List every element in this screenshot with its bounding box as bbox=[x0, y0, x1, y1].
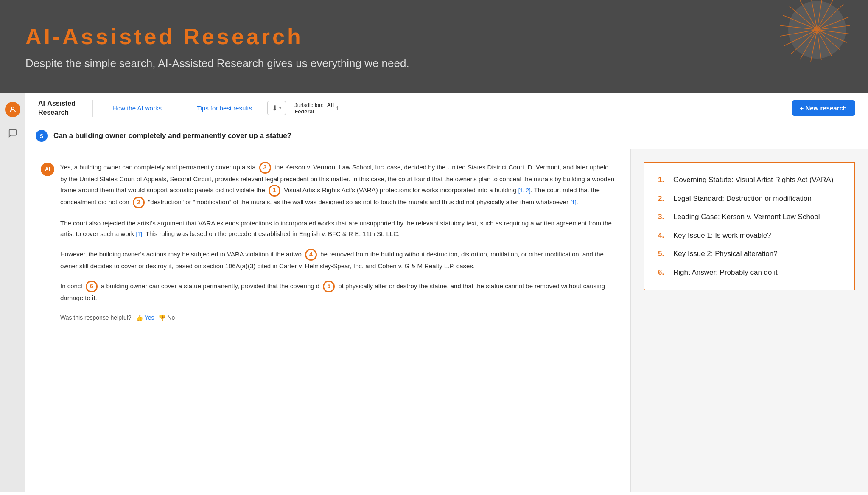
toolbar-divider bbox=[92, 100, 93, 117]
download-icon: ⬇ bbox=[272, 104, 277, 112]
answer-paragraph-3: However, the building owner's actions ma… bbox=[60, 249, 615, 272]
citation-1-2: [1, 2] bbox=[518, 187, 531, 194]
panel-number-2: 2. bbox=[658, 193, 668, 204]
panel-number-6: 6. bbox=[658, 267, 668, 278]
chat-icon[interactable] bbox=[5, 126, 20, 141]
panel-text-1: Governing Statute: Visual Artist Rights … bbox=[673, 174, 833, 186]
dropdown-arrow-icon: ▾ bbox=[279, 106, 281, 110]
answer-main: AI Yes, a building owner can completely … bbox=[25, 149, 630, 492]
ai-icon: AI bbox=[41, 163, 54, 176]
panel-number-1: 1. bbox=[658, 174, 668, 186]
toolbar-brand: AI-AssistedResearch bbox=[38, 99, 76, 117]
annotation-1: 1 bbox=[269, 185, 280, 197]
main-layout: AI-AssistedResearch How the AI works Tip… bbox=[0, 93, 868, 492]
helpful-yes-button[interactable]: 👍 Yes bbox=[136, 313, 154, 323]
toolbar: AI-AssistedResearch How the AI works Tip… bbox=[25, 93, 868, 123]
annotation-4: 4 bbox=[305, 249, 317, 261]
how-ai-works-link[interactable]: How the AI works bbox=[106, 101, 168, 115]
new-research-button[interactable]: + New research bbox=[792, 100, 856, 116]
orb-decoration bbox=[724, 0, 851, 93]
page-title: AI-Assisted Research bbox=[25, 24, 843, 49]
content-area: AI-AssistedResearch How the AI works Tip… bbox=[25, 93, 868, 492]
panel-text-3: Leading Case: Kerson v. Vermont Law Scho… bbox=[673, 211, 820, 222]
download-button[interactable]: ⬇ ▾ bbox=[267, 101, 286, 115]
answer-area: AI Yes, a building owner can completely … bbox=[25, 149, 868, 492]
panel-item-3: 3. Leading Case: Kerson v. Vermont Law S… bbox=[658, 211, 841, 222]
svg-point-22 bbox=[11, 107, 14, 110]
jurisdiction-label: Jurisdiction: AllFederal bbox=[294, 102, 334, 115]
question-user-avatar: S bbox=[36, 130, 48, 142]
panel-item-5: 5. Key Issue 2: Physical alteration? bbox=[658, 248, 841, 259]
sidebar-avatar bbox=[5, 102, 20, 117]
sidebar-panel-box: 1. Governing Statute: Visual Artist Righ… bbox=[644, 162, 855, 290]
jurisdiction-info-icon[interactable]: ℹ bbox=[336, 105, 339, 112]
panel-text-2: Legal Standard: Destruction or modificat… bbox=[673, 193, 812, 204]
panel-text-5: Key Issue 2: Physical alteration? bbox=[673, 248, 778, 259]
annotation-2: 2 bbox=[133, 197, 145, 208]
answer-sidebar-panel: 1. Governing Statute: Visual Artist Righ… bbox=[630, 149, 868, 492]
panel-item-2: 2. Legal Standard: Destruction or modifi… bbox=[658, 193, 841, 204]
answer-content: AI Yes, a building owner can completely … bbox=[41, 162, 615, 323]
answer-paragraph-1: Yes, a building owner can completely and… bbox=[60, 162, 615, 208]
answer-paragraph-4: In concl 6 a building owner can cover a … bbox=[60, 281, 615, 304]
be-removed-term: be removed bbox=[320, 250, 354, 258]
sidebar bbox=[0, 93, 25, 492]
tips-link[interactable]: Tips for best results bbox=[190, 101, 259, 115]
annotation-6: 6 bbox=[86, 281, 98, 292]
annotation-5: 5 bbox=[323, 281, 335, 292]
cover-statue-term: a building owner can cover a statue perm… bbox=[101, 282, 238, 290]
modification-term: modification bbox=[195, 198, 229, 205]
toolbar-nav: How the AI works Tips for best results bbox=[106, 100, 259, 117]
helpful-no-button[interactable]: 👎 No bbox=[158, 313, 175, 323]
nav-divider bbox=[173, 100, 173, 117]
question-bar: S Can a building owner completely and pe… bbox=[25, 123, 868, 149]
question-text: Can a building owner completely and perm… bbox=[53, 132, 291, 140]
panel-number-3: 3. bbox=[658, 211, 668, 222]
panel-item-1: 1. Governing Statute: Visual Artist Righ… bbox=[658, 174, 841, 186]
panel-text-6: Right Answer: Probably can do it bbox=[673, 267, 778, 278]
answer-paragraph-2: The court also rejected the artist's arg… bbox=[60, 218, 615, 239]
destruction-term: destruction bbox=[150, 198, 181, 205]
panel-number-5: 5. bbox=[658, 248, 668, 259]
panel-number-4: 4. bbox=[658, 230, 668, 241]
panel-item-4: 4. Key Issue 1: Is work movable? bbox=[658, 230, 841, 241]
answer-text-block: Yes, a building owner can completely and… bbox=[60, 162, 615, 323]
citation-p2-1: [1] bbox=[136, 231, 142, 237]
physically-alter-term: ot physically alter bbox=[338, 282, 387, 290]
helpful-section: Was this response helpful? 👍 Yes 👎 No bbox=[60, 313, 615, 323]
page-header: AI-Assisted Research Despite the simple … bbox=[0, 0, 868, 93]
panel-item-6: 6. Right Answer: Probably can do it bbox=[658, 267, 841, 278]
page-subtitle: Despite the simple search, AI-Assisted R… bbox=[25, 57, 843, 70]
annotation-3: 3 bbox=[259, 162, 271, 174]
citation-1: [1] bbox=[570, 199, 576, 205]
panel-text-4: Key Issue 1: Is work movable? bbox=[673, 230, 771, 241]
